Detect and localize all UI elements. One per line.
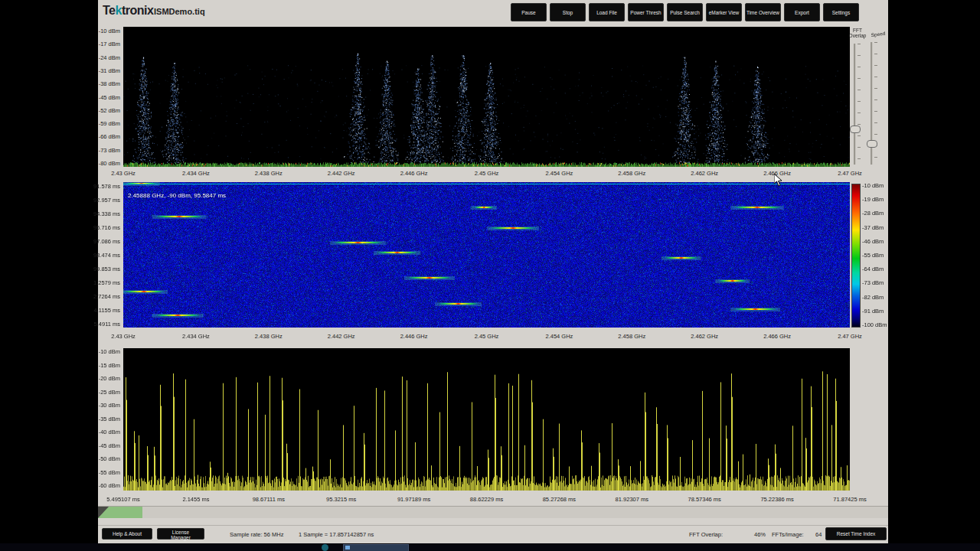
spectrogram-plot[interactable]: [123, 182, 850, 328]
colorbar-tick-37-dbm: -37 dBm: [862, 223, 884, 230]
pulse-y-axis: -10 dBm-15 dBm-20 dBm-25 dBm-30 dBm-35 d…: [98, 351, 122, 485]
app-window: Tektronix ISMDemo.tiq PauseStopLoad File…: [98, 0, 888, 543]
toolbar-button-stop[interactable]: Stop: [550, 3, 586, 21]
toolbar-button-load-file[interactable]: Load File: [589, 3, 625, 21]
spectrogram-xtick-2-47-ghz: 2.47 GHz: [838, 333, 862, 340]
colorbar-tick-19-dbm: -19 dBm: [862, 196, 884, 203]
spectrogram-time-tick-92-957-ms: 92.957 ms: [93, 197, 120, 204]
sample-period-text: 1 Sample = 17.857142857 ns: [299, 531, 374, 538]
help-about-button[interactable]: Help & About: [102, 528, 152, 540]
spectrum-xtick-2-458-ghz: 2.458 GHz: [618, 170, 645, 177]
spectrogram-marker-readout: 2.45888 GHz, -90 dBm, 95.5847 ms: [128, 192, 226, 199]
colorbar-tick-73-dbm: -73 dBm: [862, 279, 884, 286]
spectrum-ytick-80-dbm: -80 dBm: [99, 160, 120, 167]
pulse-ytick-60-dbm: -60 dBm: [99, 482, 120, 489]
spectrum-ytick-52-dbm: -52 dBm: [99, 106, 120, 113]
pulse-time-tick-75-22386-ms: 75.22386 ms: [760, 496, 793, 503]
spectrum-xtick-2-454-ghz: 2.454 GHz: [545, 170, 573, 177]
fft-overlap-value: 46%: [754, 531, 766, 538]
time-scrollbar[interactable]: [98, 506, 888, 518]
pulse-time-tick-2-1455-ms: 2.1455 ms: [182, 496, 209, 503]
fft-overlap-status-label: FFT Overlap:: [689, 531, 723, 538]
spectrum-y-axis: -10 dBm-17 dBm-24 dBm-31 dBm-38 dBm-45 d…: [98, 31, 122, 163]
taskbar-window-button[interactable]: [343, 544, 409, 551]
loaded-file-name: ISMDemo.tiq: [154, 7, 205, 16]
colorbar-tick-28-dbm: -28 dBm: [862, 210, 884, 217]
spectrum-ytick-17-dbm: -17 dBm: [99, 41, 120, 47]
ffts-per-image-label: FFTs/Image:: [772, 531, 804, 538]
pulse-time-tick-95-3215-ms: 95.3215 ms: [326, 496, 356, 503]
spectrogram-time-tick-4-1155-ms: 4.1155 ms: [94, 307, 120, 314]
speed-slider-thumb[interactable]: [867, 140, 877, 148]
pulse-amplitude-plot[interactable]: [123, 348, 850, 491]
spectrum-xtick-2-434-ghz: 2.434 GHz: [182, 170, 210, 177]
pulse-ytick-10-dbm: -10 dBm: [99, 348, 120, 355]
spectrogram-xtick-2-458-ghz: 2.458 GHz: [618, 333, 645, 340]
speed-slider[interactable]: [867, 42, 878, 165]
fft-overlap-slider-label: FFT Overlap: [847, 28, 868, 38]
toolbar-button-power-thresh[interactable]: Power Thresh: [628, 3, 664, 21]
pulse-ytick-55-dbm: -55 dBm: [99, 468, 120, 475]
logo-text-rest: tronix: [122, 4, 153, 17]
pulse-time-tick-88-62229-ms: 88.62229 ms: [470, 496, 503, 503]
fft-overlap-slider[interactable]: [851, 44, 861, 165]
spectrogram-xtick-2-45-ghz: 2.45 GHz: [475, 333, 499, 340]
spectrogram-time-tick-95-716-ms: 95.716 ms: [93, 224, 120, 231]
colorbar-tick-64-dbm: -64 dBm: [862, 266, 884, 272]
toolbar-button-settings[interactable]: Settings: [823, 3, 859, 21]
spectrogram-xtick-2-434-ghz: 2.434 GHz: [182, 333, 210, 340]
toolbar-button-time-overview[interactable]: Time Overview: [745, 3, 781, 21]
spectrogram-xtick-2-462-ghz: 2.462 GHz: [691, 333, 718, 340]
logo-accent: k: [115, 4, 121, 17]
toolbar-button-pause[interactable]: Pause: [511, 3, 547, 21]
spectrogram-time-tick-97-086-ms: 97.086 ms: [93, 238, 120, 245]
pulse-time-tick-98-67111-ms: 98.67111 ms: [253, 496, 285, 503]
colorbar-tick-10-dbm: -10 dBm: [862, 182, 884, 189]
pulse-ytick-40-dbm: -40 dBm: [99, 429, 120, 435]
sample-rate-text: Sample rate: 56 MHz: [230, 531, 283, 538]
taskbar-app-icon[interactable]: [322, 544, 328, 551]
spectrogram-xtick-2-454-ghz: 2.454 GHz: [545, 333, 573, 340]
pulse-ytick-50-dbm: -50 dBm: [99, 455, 120, 462]
spectrum-xtick-2-43-ghz: 2.43 GHz: [111, 170, 136, 177]
spectrum-xtick-2-47-ghz: 2.47 GHz: [838, 170, 862, 177]
status-bar: Help & About License Manager Sample rate…: [98, 525, 888, 544]
toolbar-button-emarker-view[interactable]: eMarker View: [706, 3, 742, 21]
pulse-time-tick-78-57346-ms: 78.57346 ms: [688, 496, 721, 503]
spectrogram-xtick-2-438-ghz: 2.438 GHz: [255, 333, 283, 340]
spectrogram-xtick-2-43-ghz: 2.43 GHz: [111, 333, 136, 340]
pulse-time-tick-91-97189-ms: 91.97189 ms: [397, 496, 430, 503]
tektronix-logo: Tektronix: [103, 4, 153, 18]
time-scrollbar-thumb[interactable]: [98, 507, 142, 518]
spectrum-xtick-2-442-ghz: 2.442 GHz: [328, 170, 355, 177]
spectrum-plot[interactable]: [123, 27, 850, 167]
fft-overlap-slider-thumb[interactable]: [850, 126, 861, 133]
spectrogram-time-tick-98-474-ms: 98.474 ms: [93, 252, 120, 259]
spectrogram-time-axis: 91.578 ms92.957 ms94.338 ms95.716 ms97.0…: [98, 186, 122, 324]
toolbar-button-export[interactable]: Export: [784, 3, 820, 21]
spectrogram-time-tick-5-4911-ms: 5.4911 ms: [94, 321, 120, 328]
spectrogram-x-axis: 2.43 GHz2.434 GHz2.438 GHz2.442 GHz2.446…: [123, 333, 850, 341]
os-taskbar: [0, 543, 980, 551]
toolbar: PauseStopLoad FilePower ThreshPulse Sear…: [511, 3, 859, 21]
fft-overlap-slider-ticks: [858, 44, 861, 165]
spectrum-xtick-2-438-ghz: 2.438 GHz: [255, 170, 283, 177]
license-manager-button[interactable]: License Manager: [157, 528, 204, 540]
fft-overlap-slider-track[interactable]: [854, 44, 856, 165]
speed-slider-label: Speed: [868, 30, 889, 38]
spectrum-ytick-73-dbm: -73 dBm: [99, 146, 120, 153]
spectrogram-xtick-2-446-ghz: 2.446 GHz: [400, 333, 428, 340]
spectrum-ytick-59-dbm: -59 dBm: [99, 120, 120, 127]
spectrum-ytick-31-dbm: -31 dBm: [99, 67, 120, 73]
spectrum-xtick-2-466-ghz: 2.466 GHz: [763, 170, 791, 177]
pulse-ytick-30-dbm: -30 dBm: [99, 402, 120, 409]
spectrum-ytick-45-dbm: -45 dBm: [99, 93, 120, 100]
spectrum-ytick-38-dbm: -38 dBm: [99, 80, 120, 87]
spectrum-xtick-2-446-ghz: 2.446 GHz: [400, 170, 428, 177]
reset-time-index-button[interactable]: Reset Time Index: [825, 527, 887, 540]
toolbar-button-pulse-search[interactable]: Pulse Search: [667, 3, 703, 21]
window-icon: [345, 546, 350, 549]
pulse-time-tick-81-92307-ms: 81.92307 ms: [616, 496, 648, 503]
spectrogram-time-tick-91-578-ms: 91.578 ms: [93, 183, 120, 190]
spectrum-ytick-10-dbm: -10 dBm: [99, 28, 120, 34]
